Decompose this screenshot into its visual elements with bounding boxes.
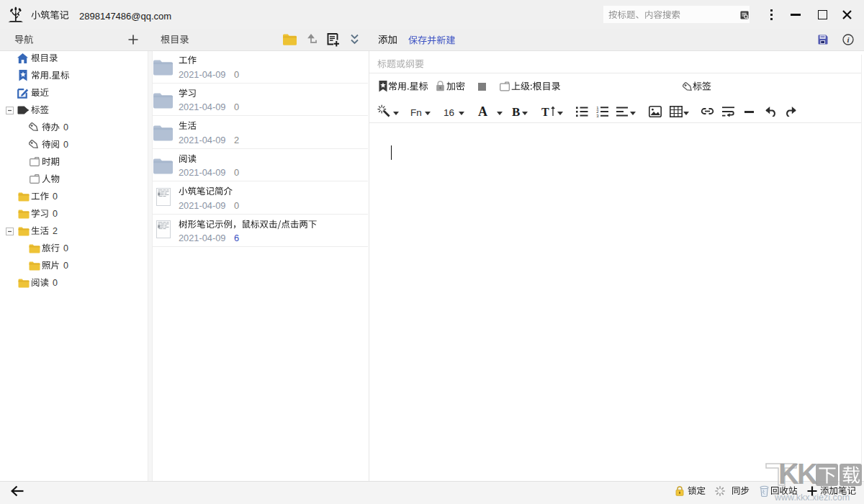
- svg-text:3: 3: [596, 114, 599, 117]
- svg-text:i: i: [847, 35, 850, 44]
